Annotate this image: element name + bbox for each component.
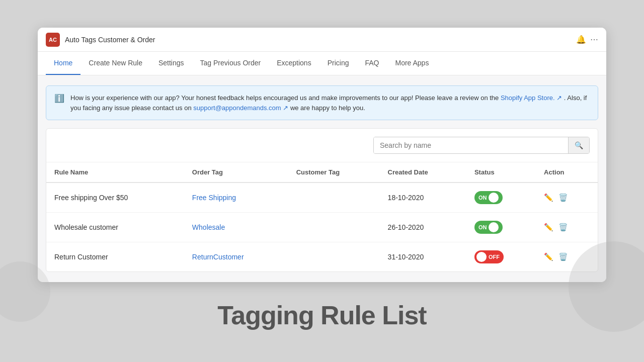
title-bar: AC Auto Tags Customer & Order 🔔 ⋯ bbox=[38, 28, 606, 52]
toggle-on-1[interactable]: ON bbox=[474, 191, 503, 204]
content-area: ℹ️ How is your experience with our app? … bbox=[38, 75, 606, 282]
support-email-link[interactable]: support@appondemands.com ↗ bbox=[193, 104, 288, 112]
rule-name-cell: Free shipping Over $50 bbox=[46, 183, 184, 213]
nav-item-exceptions[interactable]: Exceptions bbox=[269, 52, 319, 75]
order-tag-link-2[interactable]: Wholesale bbox=[192, 223, 225, 231]
toggle-off-3[interactable]: OFF bbox=[474, 250, 504, 263]
browser-window: AC Auto Tags Customer & Order 🔔 ⋯ Home C… bbox=[38, 28, 606, 282]
col-rule-name: Rule Name bbox=[46, 162, 184, 183]
nav-item-home[interactable]: Home bbox=[46, 52, 80, 75]
status-cell-3: OFF bbox=[466, 242, 536, 272]
delete-icon-2[interactable]: 🗑️ bbox=[558, 223, 568, 232]
toggle-thumb-1 bbox=[489, 193, 499, 203]
order-tag-link-1[interactable]: Free Shipping bbox=[192, 194, 236, 202]
table-row: Return Customer ReturnCustomer 31-10-202… bbox=[46, 242, 598, 272]
action-buttons-2: ✏️ 🗑️ bbox=[544, 223, 590, 232]
shopify-app-store-link[interactable]: Shopify App Store. ↗ bbox=[501, 94, 562, 102]
col-order-tag: Order Tag bbox=[184, 162, 288, 183]
order-tag-cell-2: Wholesale bbox=[184, 213, 288, 242]
nav-item-faq[interactable]: FAQ bbox=[357, 52, 387, 75]
created-date-cell-2: 26-10-2020 bbox=[380, 213, 466, 242]
col-status: Status bbox=[466, 162, 536, 183]
table-header-row: Rule Name Order Tag Customer Tag Created… bbox=[46, 162, 598, 183]
edit-icon-2[interactable]: ✏️ bbox=[544, 223, 553, 232]
info-banner-text: How is your experience with our app? You… bbox=[70, 93, 590, 113]
toggle-on-label-2: ON bbox=[476, 224, 487, 230]
search-input[interactable] bbox=[374, 137, 568, 153]
app-title: Auto Tags Customer & Order bbox=[65, 36, 576, 44]
table-row: Free shipping Over $50 Free Shipping 18-… bbox=[46, 183, 598, 213]
toggle-thumb-3 bbox=[476, 252, 487, 262]
edit-icon-3[interactable]: ✏️ bbox=[544, 252, 553, 261]
nav-item-more-apps[interactable]: More Apps bbox=[387, 52, 437, 75]
delete-icon-3[interactable]: 🗑️ bbox=[558, 252, 568, 261]
page-heading: Tagging Rule List bbox=[217, 300, 426, 330]
customer-tag-cell-3 bbox=[288, 242, 380, 272]
bell-icon[interactable]: 🔔 bbox=[576, 35, 586, 44]
col-action: Action bbox=[536, 162, 598, 183]
nav-item-tag-previous-order[interactable]: Tag Previous Order bbox=[192, 52, 269, 75]
delete-icon-1[interactable]: 🗑️ bbox=[558, 193, 568, 202]
toggle-off-label-3: OFF bbox=[489, 254, 502, 260]
action-buttons-1: ✏️ 🗑️ bbox=[544, 193, 590, 202]
app-logo: AC bbox=[46, 33, 60, 47]
rule-name-cell-3: Return Customer bbox=[46, 242, 184, 272]
banner-text-3: we are happy to help you. bbox=[290, 104, 365, 112]
more-menu-icon[interactable]: ⋯ bbox=[590, 35, 598, 44]
info-icon: ℹ️ bbox=[54, 94, 64, 103]
status-cell-1: ON bbox=[466, 183, 536, 213]
nav-item-create-rule[interactable]: Create New Rule bbox=[80, 52, 150, 75]
search-bar: 🔍 bbox=[46, 129, 598, 162]
toggle-on-label-1: ON bbox=[476, 195, 487, 201]
info-banner: ℹ️ How is your experience with our app? … bbox=[46, 85, 598, 120]
table-container: 🔍 Rule Name Order Tag Customer Tag Creat… bbox=[46, 128, 598, 272]
order-tag-link-3[interactable]: ReturnCustomer bbox=[192, 253, 244, 261]
order-tag-cell-3: ReturnCustomer bbox=[184, 242, 288, 272]
status-cell-2: ON bbox=[466, 213, 536, 242]
customer-tag-cell-2 bbox=[288, 213, 380, 242]
toggle-on-2[interactable]: ON bbox=[474, 221, 503, 234]
rule-name-cell-2: Wholesale customer bbox=[46, 213, 184, 242]
toggle-thumb-2 bbox=[489, 222, 499, 232]
banner-text-1: How is your experience with our app? You… bbox=[70, 94, 501, 102]
action-cell-1: ✏️ 🗑️ bbox=[536, 183, 598, 213]
rules-table: Rule Name Order Tag Customer Tag Created… bbox=[46, 162, 598, 272]
col-customer-tag: Customer Tag bbox=[288, 162, 380, 183]
customer-tag-cell-1 bbox=[288, 183, 380, 213]
title-bar-actions: 🔔 ⋯ bbox=[576, 35, 598, 44]
created-date-cell-3: 31-10-2020 bbox=[380, 242, 466, 272]
nav-item-pricing[interactable]: Pricing bbox=[319, 52, 357, 75]
table-row: Wholesale customer Wholesale 26-10-2020 … bbox=[46, 213, 598, 242]
action-cell-2: ✏️ 🗑️ bbox=[536, 213, 598, 242]
col-created-date: Created Date bbox=[380, 162, 466, 183]
search-button[interactable]: 🔍 bbox=[568, 137, 589, 153]
edit-icon-1[interactable]: ✏️ bbox=[544, 193, 553, 202]
search-input-wrap: 🔍 bbox=[373, 137, 590, 154]
nav-bar: Home Create New Rule Settings Tag Previo… bbox=[38, 52, 606, 75]
created-date-cell-1: 18-10-2020 bbox=[380, 183, 466, 213]
order-tag-cell: Free Shipping bbox=[184, 183, 288, 213]
nav-item-settings[interactable]: Settings bbox=[150, 52, 192, 75]
